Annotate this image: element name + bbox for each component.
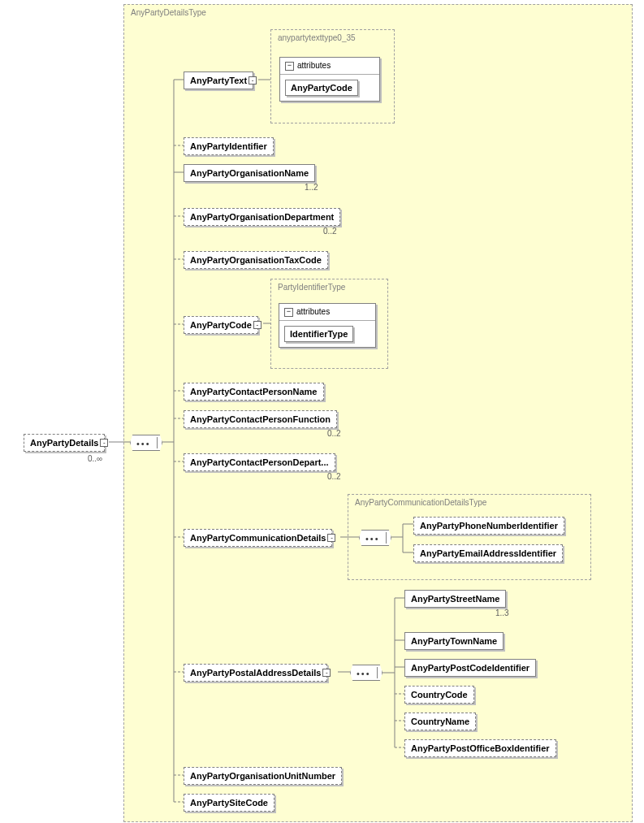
cardinality: 1..2 xyxy=(305,183,318,192)
node-anypartycode[interactable]: AnyPartyCode - xyxy=(184,316,258,334)
group-title: AnyPartyCommunicationDetailsType xyxy=(355,498,486,507)
node-label: AnyPartyCommunicationDetails xyxy=(190,533,326,543)
expand-icon: - xyxy=(100,439,108,447)
node-orgunit[interactable]: AnyPartyOrganisationUnitNumber xyxy=(184,767,342,785)
node-label: AnyPartySiteCode xyxy=(190,798,268,808)
node-contactfunction[interactable]: AnyPartyContactPersonFunction xyxy=(184,410,337,428)
cardinality: 0..2 xyxy=(323,227,337,236)
cardinality: 0..2 xyxy=(327,472,341,481)
node-label: AnyPartyCode xyxy=(190,320,252,330)
node-postcode[interactable]: AnyPartyPostCodeIdentifier xyxy=(404,659,536,677)
cardinality: 0..2 xyxy=(327,429,341,438)
schema-canvas: AnyPartyDetailsType AnyPartyDetails - 0.… xyxy=(0,0,644,823)
node-label: AnyPartyPostOfficeBoxIdentifier xyxy=(411,743,550,753)
node-label: AnyPartyDetails xyxy=(30,438,98,448)
node-countrycode[interactable]: CountryCode xyxy=(404,686,474,704)
node-anypartyorgdept[interactable]: AnyPartyOrganisationDepartment xyxy=(184,208,340,226)
node-label: AnyPartyIdentifier xyxy=(190,141,267,151)
node-anypartyidentifier[interactable]: AnyPartyIdentifier xyxy=(184,137,274,155)
node-contactdept[interactable]: AnyPartyContactPersonDepart... xyxy=(184,453,335,471)
node-label: AnyPartyContactPersonDepart... xyxy=(190,457,329,467)
expand-icon: - xyxy=(322,669,331,677)
attr-header: attributes xyxy=(297,61,331,70)
node-label: AnyPartyText xyxy=(190,76,247,85)
node-label: AnyPartyTownName xyxy=(411,636,497,646)
expand-icon: - xyxy=(327,534,335,542)
cardinality: 1..3 xyxy=(495,609,509,617)
sequence-comm: ••• xyxy=(359,530,391,546)
node-phone[interactable]: AnyPartyPhoneNumberIdentifier xyxy=(413,517,564,535)
node-anypartyorgtax[interactable]: AnyPartyOrganisationTaxCode xyxy=(184,251,328,269)
attributes-partyid: −attributes IdentifierType xyxy=(279,303,376,348)
node-label: AnyPartyPhoneNumberIdentifier xyxy=(420,521,558,531)
group-title: PartyIdentifierType xyxy=(278,283,345,292)
node-label: CountryCode xyxy=(411,690,468,700)
expand-icon: - xyxy=(249,76,257,84)
node-contactname[interactable]: AnyPartyContactPersonName xyxy=(184,383,324,401)
node-label: AnyPartyPostalAddressDetails xyxy=(190,668,321,678)
node-countryname[interactable]: CountryName xyxy=(404,713,476,730)
node-email[interactable]: AnyPartyEmailAddressIdentifier xyxy=(413,544,563,562)
node-anypartytext[interactable]: AnyPartyText - xyxy=(184,71,253,89)
node-label: AnyPartyPostCodeIdentifier xyxy=(411,663,529,673)
attributes-anypartytext: −attributes AnyPartyCode xyxy=(279,57,380,102)
node-postaldetails[interactable]: AnyPartyPostalAddressDetails - xyxy=(184,664,327,682)
node-label: AnyPartyStreetName xyxy=(411,594,499,604)
expand-icon: - xyxy=(253,321,261,329)
node-sitecode[interactable]: AnyPartySiteCode xyxy=(184,794,274,812)
group-title: anypartytexttype0_35 xyxy=(278,33,356,42)
node-label: AnyPartyOrganisationTaxCode xyxy=(190,255,322,265)
node-label: AnyPartyOrganisationDepartment xyxy=(190,212,334,222)
node-label: AnyPartyOrganisationUnitNumber xyxy=(190,771,335,781)
node-label: AnyPartyOrganisationName xyxy=(190,168,309,178)
attr-header: attributes xyxy=(296,307,330,316)
node-pobox[interactable]: AnyPartyPostOfficeBoxIdentifier xyxy=(404,739,556,757)
node-label: AnyPartyContactPersonName xyxy=(190,387,318,396)
cardinality: 0..∞ xyxy=(88,454,102,463)
attr-identifiertype[interactable]: IdentifierType xyxy=(284,326,353,342)
node-commdetails[interactable]: AnyPartyCommunicationDetails - xyxy=(184,529,332,547)
node-label: CountryName xyxy=(411,717,469,726)
sequence-postal: ••• xyxy=(350,665,383,681)
group-title: AnyPartyDetailsType xyxy=(131,8,206,17)
node-street[interactable]: AnyPartyStreetName xyxy=(404,590,506,608)
attr-anypartycode[interactable]: AnyPartyCode xyxy=(285,80,358,96)
node-anypartydetails[interactable]: AnyPartyDetails - xyxy=(24,434,105,452)
sequence-root: ••• xyxy=(130,435,162,451)
node-anypartyorgname[interactable]: AnyPartyOrganisationName xyxy=(184,164,315,182)
node-label: AnyPartyEmailAddressIdentifier xyxy=(420,548,556,558)
node-town[interactable]: AnyPartyTownName xyxy=(404,632,504,650)
node-label: AnyPartyContactPersonFunction xyxy=(190,414,331,424)
